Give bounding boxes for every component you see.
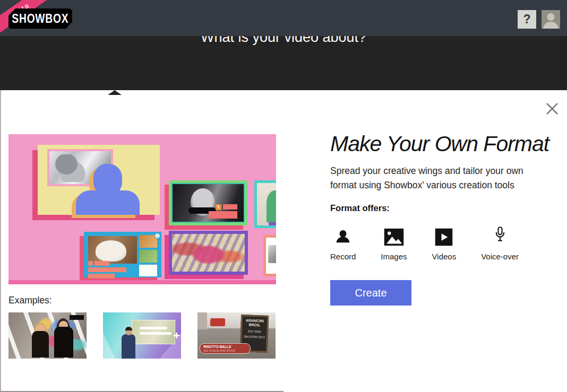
image-icon <box>384 226 404 246</box>
blonde-woman-figure <box>30 324 51 359</box>
woman-video-card: T <box>169 180 247 225</box>
banner-title: RISOTTO BALLS <box>203 345 247 349</box>
offer-label: Voice-over <box>481 252 519 261</box>
graffiti-art <box>172 234 245 272</box>
share-badge <box>154 233 160 239</box>
title-badge: T <box>216 204 221 210</box>
caption-bar <box>88 267 126 272</box>
overlay-video-panel <box>132 320 175 344</box>
chalkboard-line: EST 2009 <box>242 329 267 334</box>
example-thumbnails: ARANCINI BROS. EST 2009 DALSTON 2013 RIS… <box>8 312 276 359</box>
plus-icon <box>174 333 179 338</box>
gray-object <box>268 245 276 263</box>
user-silhouette-icon <box>542 10 560 29</box>
top-header-bar: Beta SHOWBOX ? <box>0 0 567 36</box>
caption-bar <box>88 274 115 278</box>
teal-video-card <box>254 180 276 228</box>
caption-bar <box>209 211 237 219</box>
question-mark-icon: ? <box>523 12 530 27</box>
offers-row: Record Images <box>330 226 549 261</box>
building <box>197 312 207 329</box>
page-left-edge <box>0 90 1 392</box>
person-icon <box>334 226 351 246</box>
red-bus <box>210 318 225 326</box>
selected-tab-pointer-icon <box>108 90 122 95</box>
format-nav-bar: What is your video about? Featured | Cre… <box>0 36 567 90</box>
interviewer-figure <box>52 319 75 359</box>
panel-title: Make Your Own Format <box>330 132 549 156</box>
caption-bar <box>94 261 109 266</box>
banner-subtitle: 592 KINGSLAND ROAD <box>203 349 247 352</box>
chalkboard-title: ARANCINI BROS. <box>242 318 267 328</box>
offer-voice-over: Voice-over <box>481 226 519 261</box>
offer-label: Images <box>381 252 407 261</box>
person-silhouette <box>76 164 140 215</box>
showbox-app: Beta SHOWBOX ? What is your video about?… <box>0 0 567 392</box>
example-street-food-thumbnail[interactable]: ARANCINI BROS. EST 2009 DALSTON 2013 RIS… <box>197 312 276 359</box>
illustration-bottom-strip <box>8 280 276 284</box>
product-video-card <box>263 235 276 276</box>
format-collage-illustration: T <box>8 134 276 284</box>
dog <box>96 240 126 262</box>
showbox-logo[interactable]: SHOWBOX <box>8 8 72 29</box>
microphone-icon <box>493 226 507 246</box>
dog-main-photo <box>88 236 137 264</box>
caption-chip <box>88 261 93 266</box>
panel-description: Spread your creative wings and tailor yo… <box>330 164 549 192</box>
close-icon <box>545 101 560 116</box>
create-button[interactable]: Create <box>330 280 411 306</box>
avatar[interactable] <box>542 10 560 29</box>
offer-label: Videos <box>432 252 457 261</box>
graffiti-video-card <box>169 231 248 275</box>
offer-images: Images <box>381 226 407 261</box>
green-silhouette <box>267 190 276 222</box>
presenter-card <box>38 145 160 215</box>
dog-video-card <box>84 232 161 277</box>
create-format-panel: T <box>0 90 567 392</box>
watermark-tag <box>70 315 84 320</box>
close-button[interactable] <box>545 101 560 116</box>
format-offers-label: Format offers: <box>330 203 549 213</box>
example-presenter-thumbnail[interactable] <box>103 312 181 359</box>
play-icon <box>435 226 453 246</box>
clipped-page-heading: What is your video about? <box>0 36 567 46</box>
help-button[interactable]: ? <box>518 10 536 29</box>
logo-text: SHOWBOX <box>12 11 69 26</box>
format-details: Make Your Own Format Spread your creativ… <box>330 132 549 306</box>
offer-record: Record <box>330 226 356 261</box>
example-interview-thumbnail[interactable] <box>8 312 87 359</box>
woman-sunglasses-photo: T <box>173 184 244 222</box>
dog-thumbnail <box>139 250 157 263</box>
offer-label: Record <box>330 252 356 261</box>
caption-banner: RISOTTO BALLS 592 KINGSLAND ROAD <box>200 343 251 354</box>
caption-bar <box>223 204 237 210</box>
offer-videos: Videos <box>432 226 457 261</box>
examples-label: Examples: <box>8 295 52 306</box>
dog-thumbnail <box>139 265 157 276</box>
chalkboard-line: DALSTON 2013 <box>242 335 267 339</box>
presenter-figure <box>121 328 136 359</box>
